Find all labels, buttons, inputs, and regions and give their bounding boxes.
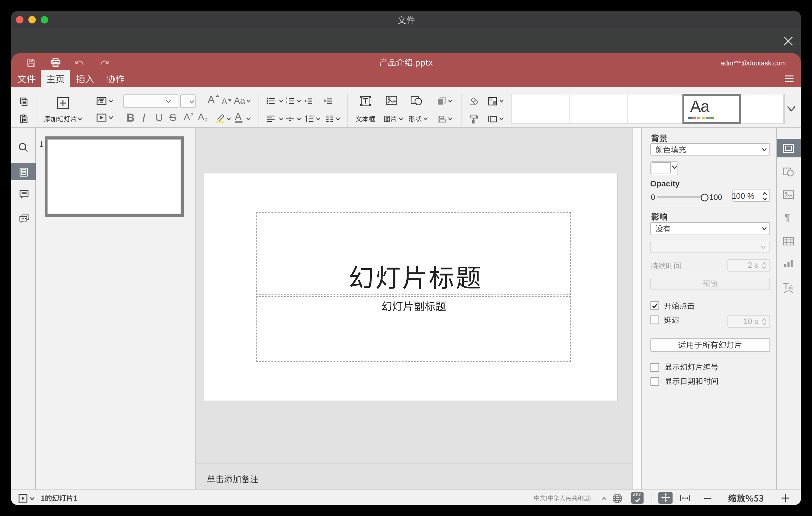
svg-text:3: 3	[286, 102, 287, 105]
